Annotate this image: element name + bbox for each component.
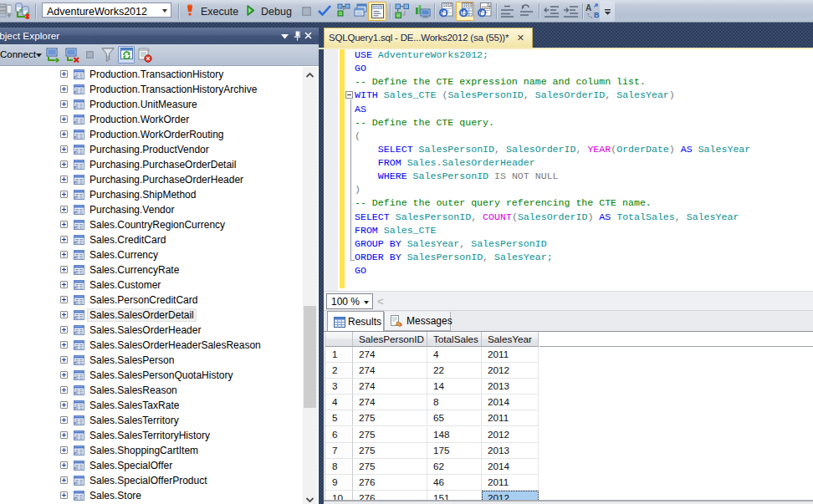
- svg-text:1010: 1010: [443, 3, 453, 8]
- svg-text:B: B: [594, 11, 600, 19]
- svg-text:A: A: [585, 3, 591, 13]
- svg-text:1010: 1010: [463, 3, 473, 8]
